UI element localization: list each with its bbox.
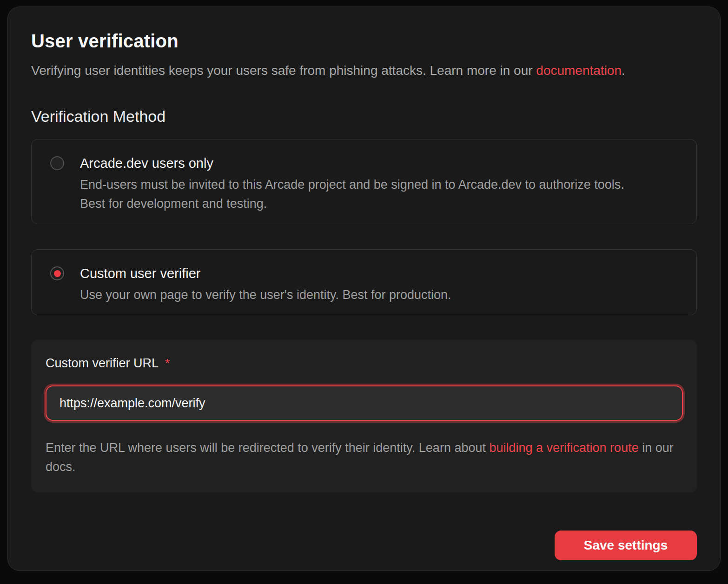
verification-method-heading: Verification Method bbox=[31, 106, 697, 126]
subtitle-period: . bbox=[622, 63, 625, 78]
option-arcade-users-only[interactable]: Arcade.dev users only End-users must be … bbox=[31, 139, 697, 224]
radio-dot bbox=[54, 270, 61, 277]
option-description-line: Best for development and testing. bbox=[80, 194, 624, 213]
custom-verifier-url-label-row: Custom verifier URL * bbox=[46, 355, 683, 372]
save-settings-button[interactable]: Save settings bbox=[555, 531, 697, 560]
custom-verifier-url-panel: Custom verifier URL * Enter the URL wher… bbox=[31, 340, 697, 492]
option-description: Use your own page to verify the user's i… bbox=[80, 285, 451, 305]
option-text-block: Custom user verifier Use your own page t… bbox=[80, 265, 451, 305]
option-custom-user-verifier[interactable]: Custom user verifier Use your own page t… bbox=[31, 249, 697, 315]
custom-verifier-url-input[interactable] bbox=[46, 385, 683, 421]
user-verification-settings-card: User verification Verifying user identit… bbox=[7, 7, 721, 571]
radio-arcade-users-only[interactable] bbox=[50, 156, 64, 170]
custom-verifier-url-label: Custom verifier URL bbox=[46, 355, 159, 372]
required-asterisk: * bbox=[165, 355, 170, 372]
documentation-link[interactable]: documentation bbox=[536, 63, 622, 78]
option-description-line: End-users must be invited to this Arcade… bbox=[80, 175, 624, 194]
option-text-block: Arcade.dev users only End-users must be … bbox=[80, 154, 624, 213]
building-verification-route-link[interactable]: building a verification route bbox=[489, 441, 638, 455]
option-title: Custom user verifier bbox=[80, 265, 451, 282]
radio-custom-user-verifier[interactable] bbox=[50, 266, 64, 280]
option-description-line: Use your own page to verify the user's i… bbox=[80, 285, 451, 305]
custom-verifier-url-helper: Enter the URL where users will be redire… bbox=[46, 438, 682, 477]
actions-row: Save settings bbox=[31, 531, 697, 560]
page-title: User verification bbox=[31, 30, 697, 52]
subtitle-text: Verifying user identities keeps your use… bbox=[31, 63, 536, 78]
helper-text: Enter the URL where users will be redire… bbox=[46, 441, 489, 455]
page-subtitle: Verifying user identities keeps your use… bbox=[31, 62, 697, 80]
option-title: Arcade.dev users only bbox=[80, 154, 624, 172]
option-description: End-users must be invited to this Arcade… bbox=[80, 175, 624, 213]
